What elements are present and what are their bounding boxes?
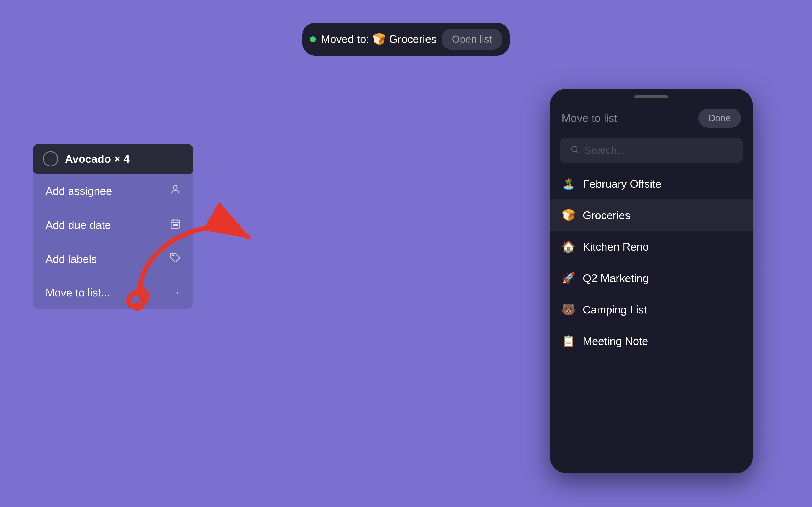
task-checkbox[interactable]: [43, 151, 58, 166]
list-item-name: Meeting Note: [583, 335, 648, 347]
status-dot: [310, 36, 316, 42]
arrow-right-icon: →: [170, 286, 181, 299]
menu-item-due-date[interactable]: Add due date: [33, 208, 194, 242]
svg-rect-5: [173, 224, 174, 226]
svg-rect-7: [177, 224, 178, 226]
svg-rect-6: [175, 224, 176, 226]
calendar-icon: [170, 218, 181, 231]
list-item-emoji: 🏠: [562, 240, 575, 253]
list-item-kitchen-reno[interactable]: 🏠 Kitchen Reno: [550, 231, 753, 262]
menu-item-labels-label: Add labels: [45, 252, 97, 265]
toast-notification: Moved to: 🍞 Groceries Open list: [302, 23, 510, 56]
list-item-name: Q2 Marketing: [583, 272, 649, 285]
tag-icon: [170, 252, 181, 266]
search-bar[interactable]: Search...: [560, 138, 743, 163]
list-item-emoji: 🏝️: [562, 177, 575, 190]
context-menu: Avocado × 4 Add assignee Add due date Ad…: [33, 144, 194, 309]
menu-item-move-label: Move to list...: [45, 286, 110, 299]
list-item-emoji: 🚀: [562, 272, 575, 285]
task-header: Avocado × 4: [33, 144, 194, 174]
menu-item-due-date-label: Add due date: [45, 219, 111, 231]
menu-item-labels[interactable]: Add labels: [33, 242, 194, 276]
person-icon: [170, 184, 181, 198]
open-list-button[interactable]: Open list: [442, 29, 502, 50]
search-icon: [570, 145, 579, 156]
phone-handle: [635, 96, 668, 99]
task-title: Avocado × 4: [65, 153, 130, 165]
list-item-camping[interactable]: 🐻 Camping List: [550, 294, 753, 325]
menu-item-move-to-list[interactable]: Move to list... →: [33, 276, 194, 309]
list-item-groceries[interactable]: 🍞 Groceries: [550, 200, 753, 231]
list-item-q2-marketing[interactable]: 🚀 Q2 Marketing: [550, 262, 753, 294]
list-item-name: Camping List: [583, 303, 647, 316]
modal-title: Move to list: [562, 112, 617, 124]
list-item-february-offsite[interactable]: 🏝️ February Offsite: [550, 168, 753, 200]
list-item-name: Kitchen Reno: [583, 240, 649, 253]
list-item-emoji: 🍞: [562, 209, 575, 222]
done-button[interactable]: Done: [699, 109, 741, 128]
svg-point-8: [172, 255, 174, 256]
svg-point-9: [571, 146, 577, 152]
menu-item-assignee[interactable]: Add assignee: [33, 174, 194, 208]
search-placeholder: Search...: [585, 145, 625, 156]
phone-header: Move to list Done: [550, 99, 753, 134]
list-item-name: February Offsite: [583, 177, 661, 190]
list-item-meeting-note[interactable]: 📋 Meeting Note: [550, 325, 753, 357]
list-item-name: Groceries: [583, 209, 630, 222]
toast-text: Moved to: 🍞 Groceries: [321, 33, 437, 46]
menu-item-assignee-label: Add assignee: [45, 185, 112, 197]
svg-line-10: [576, 151, 578, 153]
svg-point-0: [173, 186, 177, 189]
list-item-emoji: 🐻: [562, 303, 575, 316]
list-item-emoji: 📋: [562, 335, 575, 347]
phone-modal: Move to list Done Search... 🏝️ February …: [550, 89, 753, 473]
